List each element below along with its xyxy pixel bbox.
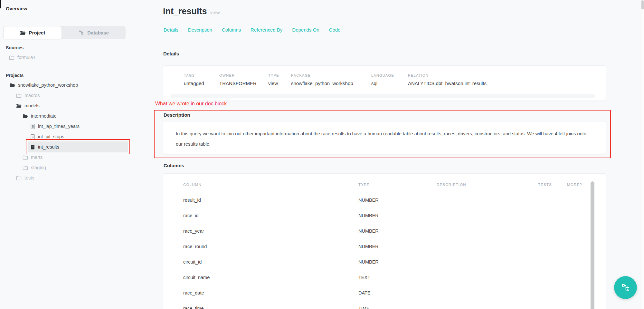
column-type-cell: NUMBER <box>358 244 379 249</box>
column-type-cell: DATE <box>358 290 371 295</box>
column-name-cell: circuit_id <box>183 259 202 265</box>
description-body: In this query we want to join out other … <box>176 129 594 149</box>
columns-table-body: result_id NUMBER race_id NUMBER race_yea… <box>163 193 606 309</box>
sidebar-item-snowflake-python-workshop[interactable]: snowflake_python_workshop <box>0 80 135 90</box>
detail-label: OWNER <box>219 73 235 77</box>
detail-value: untagged <box>184 81 204 86</box>
table-row[interactable]: race_year NUMBER <box>163 224 606 239</box>
table-row[interactable]: race_round NUMBER <box>163 239 606 255</box>
description-heading: Description <box>164 112 190 118</box>
annotation-text: What we wrote in our doc block <box>155 101 227 107</box>
page-title: int_results <box>163 6 207 16</box>
detail-label: TYPE <box>268 73 279 77</box>
table-row[interactable]: circuit_name TEXT <box>163 270 606 286</box>
folder-open-icon <box>16 103 22 108</box>
sidebar-item-intermediate[interactable]: intermediate <box>0 111 135 121</box>
detail-value: snowflake_python_workshop <box>291 81 353 86</box>
detail-label: TAGS <box>184 73 195 77</box>
folder-open-icon <box>10 83 15 88</box>
file-icon <box>30 134 35 140</box>
columns-card: COLUMN TYPE DESCRIPTION TESTS MORE? resu… <box>163 173 606 309</box>
folder-closed-icon <box>23 155 28 160</box>
column-name-cell: circuit_name <box>183 275 210 280</box>
database-toggle-label: Database <box>87 30 109 35</box>
columns-table-header: COLUMN TYPE DESCRIPTION TESTS MORE? <box>163 183 606 192</box>
tab-referenced-by[interactable]: Referenced By <box>251 27 282 33</box>
database-toggle-button[interactable]: Database <box>62 26 126 39</box>
tab-details[interactable]: Details <box>164 27 178 33</box>
sidebar-item-tests[interactable]: tests <box>0 173 135 183</box>
page-scrollbar-thumb[interactable] <box>641 0 644 9</box>
folder-closed-icon <box>9 55 14 60</box>
table-row[interactable]: race_id NUMBER <box>163 208 606 224</box>
sidebar-item-macros[interactable]: macros <box>0 90 135 101</box>
sidebar-item-label: models <box>24 103 40 108</box>
column-header: COLUMN <box>183 183 202 187</box>
table-row[interactable]: race_time TIME <box>163 301 606 309</box>
table-row[interactable]: circuit_id NUMBER <box>163 255 606 270</box>
sidebar-item-int-lap-times-years[interactable]: int_lap_times_years <box>0 121 135 131</box>
tab-code[interactable]: Code <box>329 27 341 33</box>
column-header: TESTS <box>538 183 552 187</box>
details-card: TAGS untagged OWNER TRANSFORMER TYPE vie… <box>163 65 606 101</box>
folder-open-icon <box>23 114 28 119</box>
file-solid-icon <box>30 144 35 150</box>
collapsed-panel-bar <box>171 94 595 98</box>
column-name-cell: race_id <box>183 213 199 218</box>
column-header: DESCRIPTION <box>437 183 466 187</box>
column-type-cell: NUMBER <box>358 228 379 234</box>
tab-columns[interactable]: Columns <box>222 27 241 33</box>
tab-description[interactable]: Description <box>188 27 212 33</box>
detail-label: LANGUAGE <box>371 73 394 77</box>
lineage-graph-button[interactable] <box>614 276 637 299</box>
window-edge-artifact <box>0 0 1 8</box>
sidebar-item-marts[interactable]: marts <box>0 152 135 162</box>
table-scrollbar[interactable] <box>591 181 594 309</box>
sidebar-item-staging[interactable]: staging <box>0 162 135 173</box>
project-toggle-button[interactable]: Project <box>3 26 62 39</box>
projects-header: Projects <box>6 73 24 78</box>
table-row[interactable]: result_id NUMBER <box>163 193 606 208</box>
sidebar-item-label: int_lap_times_years <box>38 124 80 129</box>
column-header: MORE? <box>567 183 582 187</box>
column-type-cell: NUMBER <box>358 213 379 218</box>
column-name-cell: race_year <box>183 228 204 234</box>
sidebar-item-label: intermediate <box>31 113 57 119</box>
detail-value: ANALYTICS.dbt_hwatson.int_results <box>408 81 487 86</box>
sidebar-item-formula1[interactable]: formula1 <box>0 52 135 63</box>
sidebar-item-label: marts <box>31 155 43 160</box>
sidebar-item-label: macros <box>24 93 40 98</box>
sidebar-item-label: staging <box>31 165 46 170</box>
folder-closed-icon <box>16 176 22 180</box>
database-tree-icon <box>79 30 84 35</box>
table-row[interactable]: race_date DATE <box>163 286 606 301</box>
view-toggle: Project Database <box>3 26 126 39</box>
sidebar-item-label: int_pit_stops <box>38 134 64 139</box>
detail-label: PACKAGE <box>291 73 311 77</box>
column-name-cell: race_date <box>183 290 204 295</box>
file-icon <box>30 124 35 129</box>
tab-bar: Details Description Columns Referenced B… <box>164 27 340 33</box>
detail-value: TRANSFORMER <box>219 81 257 86</box>
sidebar-item-models[interactable]: models <box>0 101 135 111</box>
detail-label: RELATION <box>408 73 429 77</box>
detail-value: view <box>268 81 278 86</box>
description-card: In this query we want to join out other … <box>163 121 606 154</box>
tab-depends-on[interactable]: Depends On <box>292 27 319 33</box>
sidebar-item-int-pit-stops[interactable]: int_pit_stops <box>0 131 135 142</box>
sidebar-item-int-results[interactable]: int_results <box>0 142 135 152</box>
column-name-cell: race_round <box>183 244 207 249</box>
page-scrollbar[interactable] <box>641 0 644 309</box>
sidebar-item-label: snowflake_python_workshop <box>18 82 78 88</box>
header-divider <box>163 41 605 41</box>
columns-heading: Columns <box>164 163 184 168</box>
project-toggle-label: Project <box>29 30 45 35</box>
detail-value: sql <box>371 81 377 86</box>
sources-header: Sources <box>6 45 24 50</box>
folder-open-icon <box>20 30 26 35</box>
column-type-cell: NUMBER <box>358 198 379 203</box>
column-name-cell: race_time <box>183 306 204 309</box>
column-type-cell: TEXT <box>358 275 370 280</box>
sidebar-item-label: tests <box>24 175 34 180</box>
model-type-label: view <box>210 10 220 15</box>
